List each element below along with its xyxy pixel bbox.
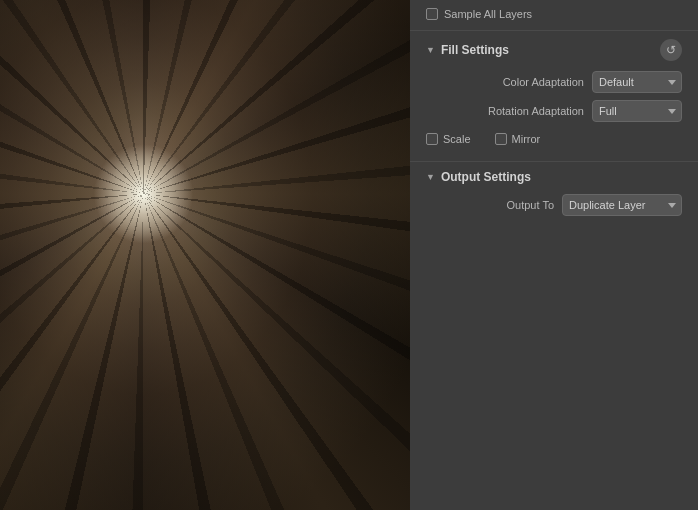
scale-label: Scale: [443, 133, 471, 145]
output-settings-chevron-icon: ▼: [426, 172, 435, 182]
output-settings-title: Output Settings: [441, 170, 682, 184]
reset-icon: ↺: [666, 43, 676, 57]
mirror-item: Mirror: [495, 133, 541, 145]
pantheon-image: [0, 0, 410, 510]
rotation-adaptation-label: Rotation Adaptation: [426, 105, 592, 117]
image-panel: [0, 0, 410, 510]
sample-all-layers-checkbox[interactable]: [426, 8, 438, 20]
sample-all-layers-row: Sample All Layers: [410, 0, 698, 28]
rotation-adaptation-select[interactable]: None Low Medium High Full: [592, 100, 682, 122]
scale-item: Scale: [426, 133, 471, 145]
color-adaptation-label: Color Adaptation: [426, 76, 592, 88]
output-to-control: Duplicate Layer New Layer Current Layer: [562, 194, 682, 216]
divider-top: [410, 30, 698, 31]
fill-settings-header[interactable]: ▼ Fill Settings ↺: [410, 33, 698, 67]
sample-all-layers-label: Sample All Layers: [444, 8, 532, 20]
rotation-adaptation-control: None Low Medium High Full: [592, 100, 682, 122]
fill-settings-reset-button[interactable]: ↺: [660, 39, 682, 61]
divider-mid: [410, 161, 698, 162]
fill-settings-section: ▼ Fill Settings ↺ Color Adaptation Defau…: [410, 33, 698, 159]
mirror-label: Mirror: [512, 133, 541, 145]
fill-settings-content: Color Adaptation Default None Strict Loo…: [410, 67, 698, 159]
output-to-label: Output To: [426, 199, 562, 211]
color-adaptation-row: Color Adaptation Default None Strict Loo…: [426, 71, 682, 93]
fill-settings-title: Fill Settings: [441, 43, 654, 57]
mirror-checkbox[interactable]: [495, 133, 507, 145]
scale-mirror-row: Scale Mirror: [426, 129, 682, 147]
output-settings-header[interactable]: ▼ Output Settings: [410, 164, 698, 190]
fill-settings-chevron-icon: ▼: [426, 45, 435, 55]
color-adaptation-select[interactable]: Default None Strict Loose Very Strict: [592, 71, 682, 93]
color-adaptation-control: Default None Strict Loose Very Strict: [592, 71, 682, 93]
side-panel: Sample All Layers ▼ Fill Settings ↺ Colo…: [410, 0, 698, 510]
rotation-adaptation-row: Rotation Adaptation None Low Medium High…: [426, 100, 682, 122]
output-to-row: Output To Duplicate Layer New Layer Curr…: [426, 194, 682, 216]
output-settings-content: Output To Duplicate Layer New Layer Curr…: [410, 190, 698, 235]
scale-checkbox[interactable]: [426, 133, 438, 145]
output-settings-section: ▼ Output Settings Output To Duplicate La…: [410, 164, 698, 235]
output-to-select[interactable]: Duplicate Layer New Layer Current Layer: [562, 194, 682, 216]
